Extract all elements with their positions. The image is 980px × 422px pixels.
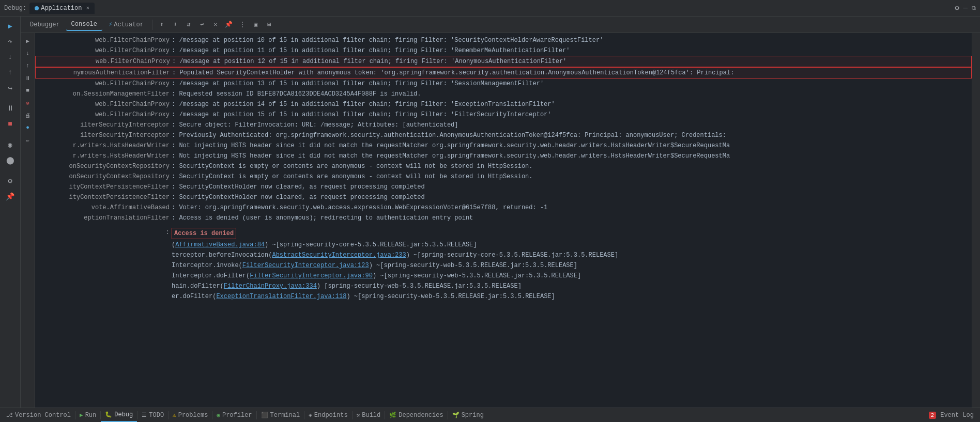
stack-line-1: (AffirmativeBased.java:84) ~[spring-secu… — [35, 240, 972, 250]
stack-link-1[interactable]: AffirmativeBased.java:84 — [175, 240, 265, 249]
sidebar-stop-icon[interactable]: ■ — [2, 117, 19, 131]
toolbar-separator-1 — [152, 20, 152, 30]
side-btn-5[interactable]: ■ — [22, 85, 34, 96]
log-msg: : Not injecting HSTS header since it did… — [172, 141, 730, 150]
tab-console[interactable]: Console — [66, 19, 102, 31]
todo-icon: ☰ — [142, 412, 147, 418]
stack-link-2[interactable]: AbstractSecurityInterceptor.java:233 — [272, 251, 406, 260]
sidebar-step-into-icon[interactable]: ↓ — [2, 50, 19, 64]
toolbar-btn-pin[interactable]: 📌 — [223, 19, 235, 31]
status-run[interactable]: ▶ Run — [75, 408, 100, 422]
sidebar-pin-icon[interactable]: 📌 — [2, 189, 19, 204]
side-btn-6[interactable]: ⊗ — [22, 97, 34, 108]
side-btn-2[interactable]: ↓ — [22, 48, 34, 59]
spring-label: Spring — [462, 412, 484, 419]
stack-line-6: er.doFilter(ExceptionTranslationFilter.j… — [35, 291, 972, 302]
status-todo[interactable]: ☰ TODO — [137, 408, 168, 422]
log-line: ityContextPersistenceFilter : SecurityCo… — [35, 182, 972, 192]
status-terminal[interactable]: ⬛ Terminal — [257, 408, 304, 422]
status-problems[interactable]: ⚠ Problems — [169, 408, 212, 422]
status-version-control[interactable]: ⎇ Version Control — [2, 408, 75, 422]
status-right: 2 Event Log — [925, 412, 978, 419]
log-line: web.FilterChainProxy : /message at posit… — [35, 110, 972, 120]
toolbar-btn-down[interactable]: ⬇ — [169, 19, 181, 31]
status-debug[interactable]: 🐛 Debug — [101, 408, 137, 422]
sidebar-resume-icon[interactable]: ▶ — [2, 19, 19, 33]
terminal-label: Terminal — [270, 412, 300, 419]
log-msg: : /message at position 10 of 15 in addit… — [172, 36, 603, 45]
stack-text-2b: ) ~[spring-security-core-5.3.5.RELEASE.j… — [406, 251, 618, 260]
side-btn-4[interactable]: ⏸ — [22, 72, 34, 84]
app-tab[interactable]: Application × — [29, 3, 95, 14]
stack-text-4a: Interceptor.doFilter( — [172, 271, 250, 280]
error-prefix: : — [37, 228, 172, 237]
build-icon: ⚒ — [357, 412, 360, 418]
debug-label: Debug: — [4, 5, 26, 12]
toolbar-btn-clear[interactable]: ✕ — [209, 19, 222, 31]
tab-actuator[interactable]: ⚡ Actuator — [103, 19, 149, 30]
event-log-label: Event Log — [940, 412, 974, 419]
status-bar: ⎇ Version Control ▶ Run 🐛 Debug ☰ TODO ⚠… — [0, 408, 980, 422]
log-msg: : Populated SecurityContextHolder with a… — [172, 68, 734, 77]
log-content[interactable]: web.FilterChainProxy : /message at posit… — [35, 33, 972, 408]
main-layout: ▶ ↷ ↓ ↑ ↪ ⏸ ■ ◉ ⬤ ⚙ 📌 Debugger Console ⚡… — [0, 17, 980, 408]
stack-link-3[interactable]: FilterSecurityInterceptor.java:123 — [242, 261, 369, 270]
toolbar-btn-layout[interactable]: ⊞ — [263, 19, 275, 31]
title-left: Debug: Application × — [4, 3, 95, 14]
status-event-log[interactable]: 2 Event Log — [925, 412, 978, 419]
log-line: r.writers.HstsHeaderWriter : Not injecti… — [35, 140, 972, 151]
log-msg: : Previously Authenticated: org.springfr… — [172, 131, 726, 140]
event-log-badge: 2 — [929, 412, 937, 419]
toolbar-btn-settings[interactable]: ⋮ — [236, 19, 249, 31]
panels-icon[interactable]: ⧉ — [972, 5, 976, 11]
title-bar: Debug: Application × ⚙ ─ ⧉ — [0, 0, 980, 17]
toolbar-btn-filter[interactable]: ⇵ — [182, 19, 195, 31]
log-class: onSecurityContextRepository — [37, 162, 172, 171]
log-class: vote.AffirmativeBased — [37, 203, 172, 212]
run-icon: ▶ — [80, 412, 83, 418]
side-btn-7[interactable]: 🖨 — [22, 110, 34, 121]
log-line: r.writers.HstsHeaderWriter : Not injecti… — [35, 151, 972, 161]
log-line: ityContextPersistenceFilter : SecurityCo… — [35, 192, 972, 202]
sidebar-run-to-cursor-icon[interactable]: ↪ — [2, 81, 19, 95]
stack-text-2a: terceptor.beforeInvocation( — [172, 251, 272, 260]
tab-debugger[interactable]: Debugger — [25, 19, 65, 30]
status-profiler[interactable]: ◉ Profiler — [212, 408, 256, 422]
side-btn-1[interactable]: ▶ — [22, 35, 34, 46]
sidebar-breakpoints-icon[interactable]: ⬤ — [2, 153, 19, 167]
log-class: ilterSecurityInterceptor — [37, 120, 172, 130]
tab-dot — [35, 6, 39, 10]
settings-icon[interactable]: ⚙ — [955, 4, 959, 12]
log-msg: : SecurityContextHolder now cleared, as … — [172, 193, 425, 202]
close-icon[interactable]: × — [86, 5, 89, 11]
status-endpoints[interactable]: ◈ Endpoints — [304, 408, 351, 422]
minimize-icon[interactable]: ─ — [963, 4, 968, 12]
sidebar-step-out-icon[interactable]: ↑ — [2, 65, 19, 80]
side-btn-8[interactable]: ● — [22, 122, 34, 133]
toolbar-btn-frame[interactable]: ▣ — [250, 19, 262, 31]
toolbar-btn-wrap[interactable]: ↩ — [196, 19, 208, 31]
stack-link-6[interactable]: ExceptionTranslationFilter.java:118 — [216, 292, 346, 301]
sidebar-step-over-icon[interactable]: ↷ — [2, 34, 19, 49]
status-dependencies[interactable]: 🌿 Dependencies — [385, 408, 447, 422]
stack-link-5[interactable]: FilterChainProxy.java:334 — [224, 282, 317, 291]
run-label: Run — [85, 412, 97, 419]
sidebar-view-icon[interactable]: ◉ — [2, 137, 19, 152]
stack-text-3a: Interceptor.invoke( — [172, 261, 242, 270]
todo-label: TODO — [149, 412, 164, 419]
debug-panel: Debugger Console ⚡ Actuator ⬆ ⬇ ⇵ ↩ ✕ 📌 … — [21, 17, 980, 408]
debug-status-label: Debug — [114, 411, 133, 418]
sidebar-pause-icon[interactable]: ⏸ — [2, 101, 19, 116]
log-msg: : /message at position 15 of 15 in addit… — [172, 110, 552, 119]
content-area: ▶ ↓ ↑ ⏸ ■ ⊗ 🖨 ● ✏ web.FilterChainProxy :… — [21, 33, 980, 408]
side-btn-9[interactable]: ✏ — [22, 134, 34, 146]
status-build[interactable]: ⚒ Build — [353, 408, 385, 422]
log-class: web.FilterChainProxy — [37, 100, 172, 109]
side-btn-3[interactable]: ↑ — [22, 60, 34, 71]
sidebar-settings-icon[interactable]: ⚙ — [2, 174, 19, 188]
toolbar-btn-up[interactable]: ⬆ — [156, 19, 168, 31]
profiler-icon: ◉ — [217, 412, 220, 418]
stack-link-4[interactable]: FilterSecurityInterceptor.java:90 — [250, 271, 373, 280]
log-line-highlighted-12: web.FilterChainProxy : /message at posit… — [35, 56, 972, 67]
status-spring[interactable]: 🌱 Spring — [448, 408, 488, 422]
